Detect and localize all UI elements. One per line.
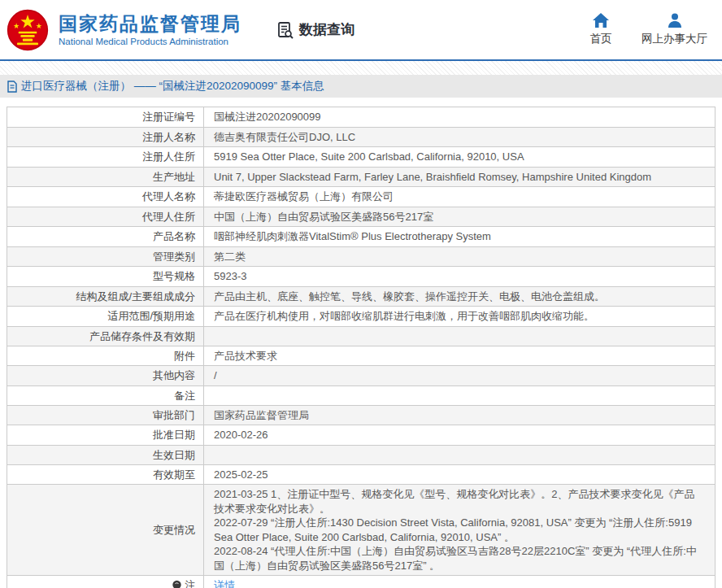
- hatch-band: [0, 61, 722, 75]
- field-label: 其他内容: [7, 366, 204, 385]
- table-row: 代理人住所中国（上海）自由贸易试验区美盛路56号217室: [7, 207, 715, 228]
- field-value: 产品由主机、底座、触控笔、导线、橡胶套、操作遥控开关、电极、电池仓盖组成。: [204, 287, 715, 307]
- breadcrumb-text: 进口医疗器械（注册） —— “国械注进20202090099” 基本信息: [21, 79, 324, 94]
- page-header: 国家药品监督管理局 National Medical Products Admi…: [0, 0, 722, 61]
- data-query-label: 数据查询: [299, 20, 354, 39]
- org-name-cn: 国家药品监督管理局: [59, 13, 241, 34]
- field-label: 审批部门: [7, 406, 204, 425]
- field-label: 代理人名称: [7, 187, 204, 207]
- field-value: [204, 446, 715, 464]
- field-value: 详情: [204, 576, 715, 588]
- field-label: 生产地址: [7, 168, 204, 187]
- table-row: 批准日期2020-02-26: [7, 425, 715, 446]
- table-row: 审批部门国家药品监督管理局: [7, 406, 715, 426]
- table-row: 注册人名称德吉奥有限责任公司DJO, LLC: [7, 128, 715, 148]
- spacer: [0, 98, 722, 107]
- field-value: Unit 7, Upper Slackstead Farm, Farley La…: [204, 168, 715, 187]
- field-value: 第二类: [204, 247, 715, 267]
- national-emblem-icon: [7, 9, 49, 51]
- field-value: 国械注进20202090099: [204, 107, 715, 127]
- field-label: 结构及组成/主要组成成分: [7, 287, 204, 307]
- field-value: /: [204, 366, 715, 385]
- header-nav: 首页 网上办事大厅: [585, 13, 711, 46]
- field-label: 型号规格: [7, 267, 204, 286]
- field-label: 注: [7, 576, 204, 588]
- table-row: 管理类别第二类: [7, 247, 715, 268]
- field-label: 代理人住所: [7, 207, 204, 227]
- table-row: 注册证编号国械注进20202090099: [7, 107, 715, 128]
- field-label: 适用范围/预期用途: [7, 307, 204, 326]
- field-value: 产品技术要求: [204, 346, 715, 366]
- nav-online-hall[interactable]: 网上办事大厅: [642, 13, 707, 46]
- field-value: 中国（上海）自由贸易试验区美盛路56号217室: [204, 207, 715, 227]
- field-label: 批准日期: [7, 425, 204, 445]
- nav-online-hall-label: 网上办事大厅: [642, 32, 707, 46]
- field-label: 生效日期: [7, 446, 204, 464]
- note-label: 注: [185, 578, 195, 588]
- breadcrumb: 进口医疗器械（注册） —— “国械注进20202090099” 基本信息: [0, 75, 722, 98]
- field-label: 变更情况: [7, 485, 204, 575]
- user-icon: [667, 13, 683, 28]
- field-value: 2020-02-26: [204, 425, 715, 445]
- field-value: 2021-03-25 1、注册证中型号、规格变化见《型号、规格变化对比表》。2、…: [204, 485, 715, 575]
- field-value: 5923-3: [204, 267, 715, 286]
- field-value: 5919 Sea Otter Place, Suite 200 Carlsbad…: [204, 147, 715, 167]
- table-row: 适用范围/预期用途产品在医疗机构使用，对咽部收缩肌群进行电刺激，用于改善咽部肌肉…: [7, 307, 715, 327]
- field-label: 管理类别: [7, 247, 204, 267]
- table-row: 有效期至2025-02-25: [7, 465, 715, 486]
- home-icon: [593, 13, 609, 28]
- details-link[interactable]: 详情: [214, 578, 235, 588]
- document-search-icon: [276, 20, 295, 40]
- note-bulb-icon: [172, 580, 182, 588]
- field-label: 有效期至: [7, 465, 204, 485]
- field-label: 注册证编号: [7, 107, 204, 127]
- table-row: 其他内容/: [7, 366, 715, 386]
- brand-text: 国家药品监督管理局 National Medical Products Admi…: [59, 13, 241, 46]
- org-name-en: National Medical Products Administration: [59, 37, 241, 46]
- field-label: 附件: [7, 346, 204, 366]
- field-label: 注册人住所: [7, 147, 204, 167]
- site-logo[interactable]: 国家药品监督管理局 National Medical Products Admi…: [7, 9, 241, 51]
- table-row: 附件产品技术要求: [7, 346, 715, 367]
- table-row: 型号规格5923-3: [7, 267, 715, 287]
- field-value: 咽部神经肌肉刺激器VitalStim® Plus Electrotherapy …: [204, 227, 715, 246]
- field-label: 备注: [7, 386, 204, 405]
- table-row: 产品名称咽部神经肌肉刺激器VitalStim® Plus Electrother…: [7, 227, 715, 247]
- registration-info-table: 注册证编号国械注进20202090099 注册人名称德吉奥有限责任公司DJO, …: [7, 107, 715, 588]
- field-value: 国家药品监督管理局: [204, 406, 715, 425]
- table-row: 生产地址Unit 7, Upper Slackstead Farm, Farle…: [7, 168, 715, 188]
- document-icon: [7, 81, 18, 93]
- table-row: 结构及组成/主要组成成分产品由主机、底座、触控笔、导线、橡胶套、操作遥控开关、电…: [7, 287, 715, 307]
- table-row: 备注: [7, 386, 715, 406]
- table-row: 产品储存条件及有效期: [7, 327, 715, 346]
- field-label: 注册人名称: [7, 128, 204, 147]
- field-value: 产品在医疗机构使用，对咽部收缩肌群进行电刺激，用于改善咽部肌肉收缩功能。: [204, 307, 715, 326]
- table-row: 生效日期: [7, 446, 715, 465]
- table-row: 代理人名称蒂捷欧医疗器械贸易（上海）有限公司: [7, 187, 715, 207]
- table-row: 注册人住所5919 Sea Otter Place, Suite 200 Car…: [7, 147, 715, 168]
- field-value: 2025-02-25: [204, 465, 715, 485]
- field-value: [204, 386, 715, 405]
- field-label: 产品储存条件及有效期: [7, 327, 204, 346]
- field-label: 产品名称: [7, 227, 204, 246]
- nav-home[interactable]: 首页: [585, 13, 617, 46]
- field-value: 蒂捷欧医疗器械贸易（上海）有限公司: [204, 187, 715, 207]
- table-row-note: 注 详情: [7, 576, 715, 588]
- nav-home-label: 首页: [590, 32, 612, 46]
- field-value: [204, 327, 715, 346]
- data-query-menu[interactable]: 数据查询: [276, 20, 354, 40]
- table-row-change-history: 变更情况2021-03-25 1、注册证中型号、规格变化见《型号、规格变化对比表…: [7, 485, 715, 576]
- field-value: 德吉奥有限责任公司DJO, LLC: [204, 128, 715, 147]
